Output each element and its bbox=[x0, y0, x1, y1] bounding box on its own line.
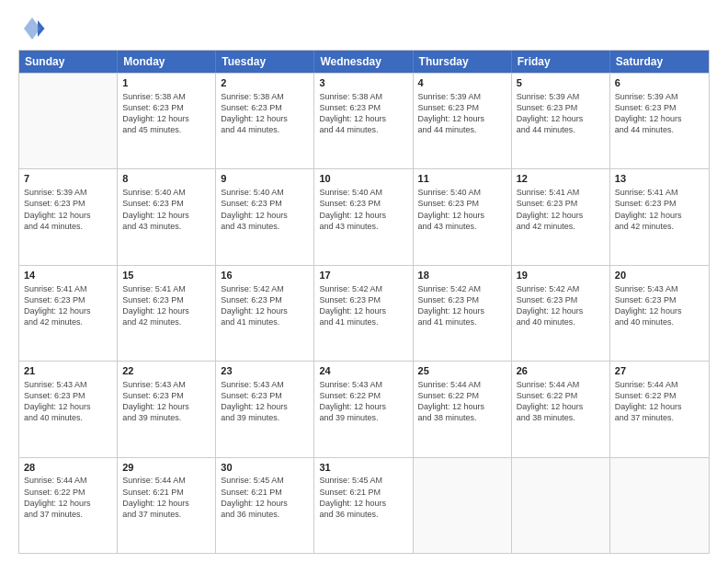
day-number: 10 bbox=[319, 172, 407, 186]
cal-cell: 22Sunrise: 5:43 AM Sunset: 6:23 PM Dayli… bbox=[118, 362, 216, 456]
day-header-thursday: Thursday bbox=[414, 51, 512, 73]
cal-cell: 27Sunrise: 5:44 AM Sunset: 6:22 PM Dayli… bbox=[610, 362, 709, 456]
day-number: 26 bbox=[517, 364, 605, 378]
calendar: SundayMondayTuesdayWednesdayThursdayFrid… bbox=[18, 50, 710, 554]
cell-info: Sunrise: 5:43 AM Sunset: 6:23 PM Dayligh… bbox=[221, 379, 309, 424]
cal-cell: 3Sunrise: 5:38 AM Sunset: 6:23 PM Daylig… bbox=[314, 74, 413, 168]
day-number: 17 bbox=[319, 269, 407, 282]
cal-cell bbox=[19, 74, 118, 168]
day-number: 11 bbox=[418, 172, 506, 186]
cal-cell: 11Sunrise: 5:40 AM Sunset: 6:23 PM Dayli… bbox=[414, 169, 512, 264]
cal-cell: 12Sunrise: 5:41 AM Sunset: 6:23 PM Dayli… bbox=[512, 169, 610, 264]
cell-info: Sunrise: 5:41 AM Sunset: 6:23 PM Dayligh… bbox=[615, 187, 704, 232]
logo-icon bbox=[18, 15, 46, 42]
cal-cell: 28Sunrise: 5:44 AM Sunset: 6:22 PM Dayli… bbox=[19, 458, 118, 553]
cell-info: Sunrise: 5:45 AM Sunset: 6:21 PM Dayligh… bbox=[319, 475, 407, 520]
cell-info: Sunrise: 5:43 AM Sunset: 6:23 PM Dayligh… bbox=[122, 379, 210, 424]
day-header-monday: Monday bbox=[118, 51, 216, 73]
cal-cell: 20Sunrise: 5:43 AM Sunset: 6:23 PM Dayli… bbox=[610, 266, 709, 361]
day-number: 30 bbox=[221, 461, 309, 475]
day-number: 8 bbox=[122, 172, 210, 186]
day-number: 23 bbox=[221, 364, 309, 378]
cal-cell: 31Sunrise: 5:45 AM Sunset: 6:21 PM Dayli… bbox=[314, 458, 413, 553]
day-number: 16 bbox=[221, 269, 309, 282]
header bbox=[18, 15, 710, 42]
day-number: 3 bbox=[319, 76, 407, 90]
day-number: 12 bbox=[517, 172, 605, 186]
cell-info: Sunrise: 5:40 AM Sunset: 6:23 PM Dayligh… bbox=[418, 187, 506, 232]
cal-cell: 18Sunrise: 5:42 AM Sunset: 6:23 PM Dayli… bbox=[414, 266, 512, 361]
day-number: 5 bbox=[517, 76, 605, 90]
cell-info: Sunrise: 5:38 AM Sunset: 6:23 PM Dayligh… bbox=[319, 91, 407, 136]
cal-cell bbox=[610, 458, 709, 553]
day-number: 21 bbox=[24, 364, 112, 378]
week-row-5: 28Sunrise: 5:44 AM Sunset: 6:22 PM Dayli… bbox=[19, 457, 709, 553]
cal-cell: 24Sunrise: 5:43 AM Sunset: 6:22 PM Dayli… bbox=[314, 362, 413, 456]
cell-info: Sunrise: 5:41 AM Sunset: 6:23 PM Dayligh… bbox=[122, 283, 210, 328]
cell-info: Sunrise: 5:39 AM Sunset: 6:23 PM Dayligh… bbox=[517, 91, 605, 136]
cell-info: Sunrise: 5:40 AM Sunset: 6:23 PM Dayligh… bbox=[221, 187, 309, 232]
cal-cell: 26Sunrise: 5:44 AM Sunset: 6:22 PM Dayli… bbox=[512, 362, 610, 456]
cell-info: Sunrise: 5:43 AM Sunset: 6:23 PM Dayligh… bbox=[615, 283, 704, 328]
cal-cell: 21Sunrise: 5:43 AM Sunset: 6:23 PM Dayli… bbox=[19, 362, 118, 456]
cell-info: Sunrise: 5:42 AM Sunset: 6:23 PM Dayligh… bbox=[319, 283, 407, 328]
cal-cell: 23Sunrise: 5:43 AM Sunset: 6:23 PM Dayli… bbox=[216, 362, 314, 456]
day-header-wednesday: Wednesday bbox=[314, 51, 413, 73]
day-number: 20 bbox=[615, 269, 704, 282]
cell-info: Sunrise: 5:42 AM Sunset: 6:23 PM Dayligh… bbox=[221, 283, 309, 328]
day-number: 15 bbox=[122, 269, 210, 282]
cell-info: Sunrise: 5:38 AM Sunset: 6:23 PM Dayligh… bbox=[221, 91, 309, 136]
cell-info: Sunrise: 5:41 AM Sunset: 6:23 PM Dayligh… bbox=[24, 283, 112, 328]
cal-cell: 13Sunrise: 5:41 AM Sunset: 6:23 PM Dayli… bbox=[610, 169, 709, 264]
day-number: 24 bbox=[319, 364, 407, 378]
day-number: 14 bbox=[24, 269, 112, 282]
day-number: 1 bbox=[122, 76, 210, 90]
cell-info: Sunrise: 5:45 AM Sunset: 6:21 PM Dayligh… bbox=[221, 475, 309, 520]
cell-info: Sunrise: 5:39 AM Sunset: 6:23 PM Dayligh… bbox=[615, 91, 704, 136]
cell-info: Sunrise: 5:42 AM Sunset: 6:23 PM Dayligh… bbox=[517, 283, 605, 328]
calendar-header-row: SundayMondayTuesdayWednesdayThursdayFrid… bbox=[19, 51, 709, 73]
day-number: 7 bbox=[24, 172, 112, 186]
day-header-saturday: Saturday bbox=[610, 51, 709, 73]
cal-cell bbox=[414, 458, 512, 553]
day-number: 28 bbox=[24, 461, 112, 475]
day-number: 9 bbox=[221, 172, 309, 186]
cal-cell: 19Sunrise: 5:42 AM Sunset: 6:23 PM Dayli… bbox=[512, 266, 610, 361]
cal-cell bbox=[512, 458, 610, 553]
cal-cell: 1Sunrise: 5:38 AM Sunset: 6:23 PM Daylig… bbox=[118, 74, 216, 168]
cal-cell: 17Sunrise: 5:42 AM Sunset: 6:23 PM Dayli… bbox=[314, 266, 413, 361]
cal-cell: 25Sunrise: 5:44 AM Sunset: 6:22 PM Dayli… bbox=[414, 362, 512, 456]
cal-cell: 5Sunrise: 5:39 AM Sunset: 6:23 PM Daylig… bbox=[512, 74, 610, 168]
cal-cell: 10Sunrise: 5:40 AM Sunset: 6:23 PM Dayli… bbox=[314, 169, 413, 264]
week-row-3: 14Sunrise: 5:41 AM Sunset: 6:23 PM Dayli… bbox=[19, 265, 709, 361]
logo bbox=[18, 15, 51, 42]
cal-cell: 16Sunrise: 5:42 AM Sunset: 6:23 PM Dayli… bbox=[216, 266, 314, 361]
cell-info: Sunrise: 5:40 AM Sunset: 6:23 PM Dayligh… bbox=[319, 187, 407, 232]
day-number: 22 bbox=[122, 364, 210, 378]
day-number: 6 bbox=[615, 76, 704, 90]
day-header-tuesday: Tuesday bbox=[216, 51, 314, 73]
day-header-sunday: Sunday bbox=[19, 51, 118, 73]
cell-info: Sunrise: 5:44 AM Sunset: 6:22 PM Dayligh… bbox=[517, 379, 605, 424]
week-row-4: 21Sunrise: 5:43 AM Sunset: 6:23 PM Dayli… bbox=[19, 361, 709, 456]
cal-cell: 6Sunrise: 5:39 AM Sunset: 6:23 PM Daylig… bbox=[610, 74, 709, 168]
week-row-2: 7Sunrise: 5:39 AM Sunset: 6:23 PM Daylig… bbox=[19, 168, 709, 264]
cal-cell: 9Sunrise: 5:40 AM Sunset: 6:23 PM Daylig… bbox=[216, 169, 314, 264]
cal-cell: 7Sunrise: 5:39 AM Sunset: 6:23 PM Daylig… bbox=[19, 169, 118, 264]
calendar-body: 1Sunrise: 5:38 AM Sunset: 6:23 PM Daylig… bbox=[19, 73, 709, 553]
cal-cell: 4Sunrise: 5:39 AM Sunset: 6:23 PM Daylig… bbox=[414, 74, 512, 168]
day-number: 13 bbox=[615, 172, 704, 186]
cal-cell: 29Sunrise: 5:44 AM Sunset: 6:21 PM Dayli… bbox=[118, 458, 216, 553]
day-number: 31 bbox=[319, 461, 407, 475]
cell-info: Sunrise: 5:39 AM Sunset: 6:23 PM Dayligh… bbox=[418, 91, 506, 136]
day-number: 25 bbox=[418, 364, 506, 378]
page: SundayMondayTuesdayWednesdayThursdayFrid… bbox=[0, 0, 728, 563]
cell-info: Sunrise: 5:44 AM Sunset: 6:22 PM Dayligh… bbox=[24, 475, 112, 520]
cal-cell: 2Sunrise: 5:38 AM Sunset: 6:23 PM Daylig… bbox=[216, 74, 314, 168]
week-row-1: 1Sunrise: 5:38 AM Sunset: 6:23 PM Daylig… bbox=[19, 73, 709, 168]
day-number: 19 bbox=[517, 269, 605, 282]
cell-info: Sunrise: 5:43 AM Sunset: 6:22 PM Dayligh… bbox=[319, 379, 407, 424]
cal-cell: 15Sunrise: 5:41 AM Sunset: 6:23 PM Dayli… bbox=[118, 266, 216, 361]
cal-cell: 14Sunrise: 5:41 AM Sunset: 6:23 PM Dayli… bbox=[19, 266, 118, 361]
cell-info: Sunrise: 5:39 AM Sunset: 6:23 PM Dayligh… bbox=[24, 187, 112, 232]
